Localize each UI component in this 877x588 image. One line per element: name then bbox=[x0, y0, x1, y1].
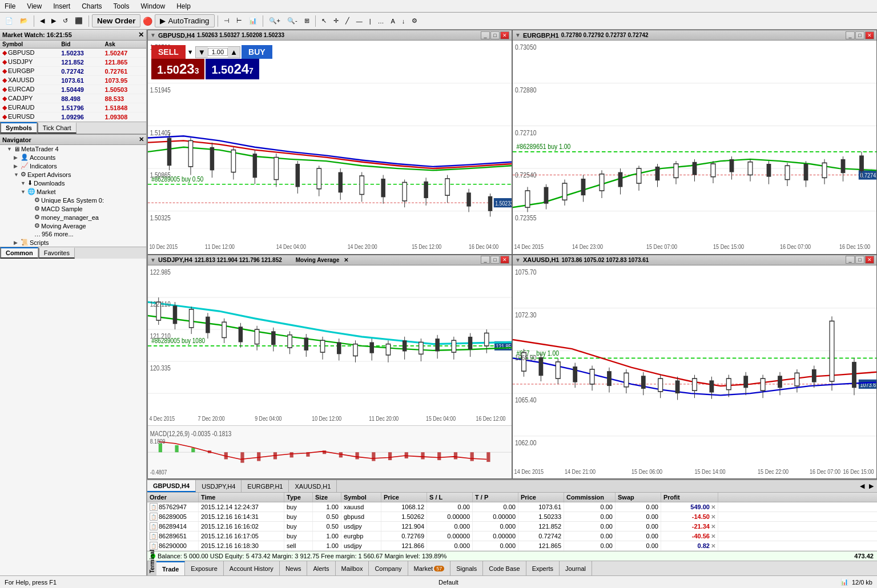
nav-tree-item[interactable]: ▼⬇ Downloads bbox=[0, 179, 146, 187]
chart-tab-1[interactable]: USDJPY,H4 bbox=[196, 480, 242, 492]
zoom-out-btn[interactable]: 🔍- bbox=[284, 15, 300, 26]
menu-file[interactable]: File bbox=[2, 2, 18, 11]
navigator-close[interactable]: ✕ bbox=[139, 136, 144, 143]
terminal-vertical-tab[interactable]: Terminal bbox=[147, 561, 156, 575]
chart-xauusd-restore[interactable]: □ bbox=[855, 256, 864, 264]
company-tab[interactable]: Company bbox=[369, 561, 408, 575]
stop-btn[interactable]: ⬛ bbox=[72, 15, 86, 26]
chart-eurgbp-minimize[interactable]: _ bbox=[846, 31, 855, 39]
new-order-button[interactable]: New Order bbox=[92, 14, 140, 27]
menu-window[interactable]: Window bbox=[139, 2, 168, 11]
market-watch-close[interactable]: ✕ bbox=[138, 31, 144, 39]
order-row[interactable]: 📋 86289414 2015.12.16 16:16:02 buy 0.50 … bbox=[147, 522, 877, 531]
journal-tab[interactable]: Journal bbox=[560, 561, 592, 575]
chart-eurgbp-restore[interactable]: □ bbox=[855, 31, 864, 39]
chart-gbpusd-body[interactable]: SELL ▼ ▼ ▲ BUY 1.50 23 3 bbox=[148, 41, 512, 254]
chart-gbpusd-restore[interactable]: □ bbox=[490, 31, 500, 39]
close-order-btn[interactable]: ✕ bbox=[711, 543, 715, 549]
nav-tree-item[interactable]: ▼🖥 MetaTrader 4 bbox=[0, 145, 146, 153]
experts-tab[interactable]: Experts bbox=[526, 561, 560, 575]
symbols-tab[interactable]: Symbols bbox=[0, 122, 37, 134]
chart-usdjpy-restore[interactable]: □ bbox=[490, 256, 500, 264]
open-btn[interactable]: 📂 bbox=[17, 15, 31, 26]
crosshair-btn[interactable]: ✛ bbox=[331, 15, 341, 26]
chart-tab-2[interactable]: EURGBP,H1 bbox=[242, 480, 289, 492]
period-sep-btn[interactable]: … bbox=[375, 16, 387, 26]
nav-tree-item[interactable]: ▶👤 Accounts bbox=[0, 153, 146, 162]
favorites-tab[interactable]: Favorites bbox=[38, 247, 75, 259]
chart-xauusd-close[interactable]: ✕ bbox=[865, 256, 874, 264]
tab-scroll-right[interactable]: ▶ bbox=[867, 482, 876, 490]
chart-shift-btn[interactable]: ⊣ bbox=[221, 15, 232, 26]
order-row[interactable]: 📋 85762947 2015.12.14 12:24:37 buy 1.00 … bbox=[147, 502, 877, 512]
autoscroll-btn[interactable]: ⊢ bbox=[234, 15, 245, 26]
alerts-tab[interactable]: Alerts bbox=[307, 561, 335, 575]
period-btn[interactable]: 📊 bbox=[246, 15, 260, 26]
order-row[interactable]: 📋 86289005 2015.12.16 16:14:31 buy 0.50 … bbox=[147, 512, 877, 522]
chart-tab-0[interactable]: GBPUSD,H4 bbox=[147, 480, 196, 492]
line-btn[interactable]: ╱ bbox=[343, 15, 352, 26]
menu-view[interactable]: View bbox=[25, 2, 44, 11]
nav-tree-item[interactable]: ▶📈 Indicators bbox=[0, 162, 146, 170]
menu-tools[interactable]: Tools bbox=[111, 2, 132, 11]
account-history-tab[interactable]: Account History bbox=[224, 561, 280, 575]
close-order-btn[interactable]: ✕ bbox=[711, 504, 715, 510]
sell-dropdown[interactable]: ▼ bbox=[187, 49, 194, 55]
nav-tree-item[interactable]: ⚙ Moving Average bbox=[0, 221, 146, 230]
chart-usdjpy-indicator-close[interactable]: ✕ bbox=[344, 257, 348, 263]
mailbox-tab[interactable]: Mailbox bbox=[336, 561, 369, 575]
close-order-btn[interactable]: ✕ bbox=[711, 514, 715, 520]
hline-btn[interactable]: — bbox=[353, 16, 365, 26]
market-row[interactable]: ◆GBPUSD 1.50233 1.50247 bbox=[0, 49, 146, 58]
chart-eurgbp-body[interactable]: #86289651 buy 1.00 0.72742 bbox=[513, 41, 876, 254]
new-document-btn[interactable]: 📄 bbox=[2, 15, 16, 26]
lot-increase[interactable]: ▲ bbox=[228, 47, 240, 58]
chart-gbpusd-minimize[interactable]: _ bbox=[481, 31, 490, 39]
nav-tree-item[interactable]: ▼🌐 Market bbox=[0, 187, 146, 196]
tick-chart-tab[interactable]: Tick Chart bbox=[37, 122, 77, 134]
nav-tree-item[interactable]: ⚙ Unique EAs System 0: bbox=[0, 196, 146, 204]
lot-decrease[interactable]: ▼ bbox=[196, 47, 208, 58]
back-btn[interactable]: ◀ bbox=[37, 15, 47, 26]
chart-tab-3[interactable]: XAUUSD,H1 bbox=[289, 480, 337, 492]
market-row[interactable]: ◆EURCAD 1.50449 1.50503 bbox=[0, 85, 146, 94]
close-order-btn[interactable]: ✕ bbox=[711, 533, 715, 539]
code-base-tab[interactable]: Code Base bbox=[483, 561, 526, 575]
chart-eurgbp-close[interactable]: ✕ bbox=[865, 31, 874, 39]
chart-xauusd-minimize[interactable]: _ bbox=[846, 256, 855, 264]
nav-tree-item[interactable]: ⚙ MACD Sample bbox=[0, 204, 146, 213]
chart-xauusd-body[interactable]: #857... buy 1.00 1073.61 bbox=[513, 265, 876, 479]
nav-tree-item[interactable]: ▶📜 Scripts bbox=[0, 238, 146, 247]
nav-tree-item[interactable]: ⚙ money_manager_ea bbox=[0, 213, 146, 221]
menu-charts[interactable]: Charts bbox=[79, 2, 104, 11]
lot-input[interactable] bbox=[208, 48, 228, 56]
common-tab[interactable]: Common bbox=[0, 247, 38, 259]
refresh-btn[interactable]: ↺ bbox=[60, 15, 71, 26]
close-order-btn[interactable]: ✕ bbox=[711, 523, 715, 530]
sell-button[interactable]: SELL bbox=[151, 45, 186, 59]
grid-btn[interactable]: ⊞ bbox=[301, 15, 312, 26]
menu-insert[interactable]: Insert bbox=[51, 2, 73, 11]
chart-usdjpy-close[interactable]: ✕ bbox=[500, 256, 509, 264]
exposure-tab[interactable]: Exposure bbox=[185, 561, 223, 575]
buy-button[interactable]: BUY bbox=[242, 45, 272, 59]
forward-btn[interactable]: ▶ bbox=[49, 15, 59, 26]
zoom-in-btn[interactable]: 🔍+ bbox=[266, 15, 283, 26]
vline-btn[interactable]: | bbox=[367, 16, 374, 26]
chart-usdjpy-minimize[interactable]: _ bbox=[481, 256, 490, 264]
signals-tab[interactable]: Signals bbox=[450, 561, 483, 575]
market-row[interactable]: ◆CADJPY 88.498 88.533 bbox=[0, 94, 146, 103]
market-row[interactable]: ◆XAUUSD 1073.61 1073.95 bbox=[0, 76, 146, 85]
market-row[interactable]: ◆EURAUD 1.51796 1.51848 bbox=[0, 103, 146, 112]
order-row[interactable]: 📋 86290000 2015.12.16 16:18:30 sell 1.00… bbox=[147, 541, 877, 551]
order-row[interactable]: 📋 86289651 2015.12.16 16:17:05 buy 1.00 … bbox=[147, 531, 877, 541]
market-row[interactable]: ◆EURUSD 1.09296 1.09308 bbox=[0, 112, 146, 122]
nav-tree-item[interactable]: … 956 more... bbox=[0, 230, 146, 238]
market-row[interactable]: ◆EURGBP 0.72742 0.72761 bbox=[0, 67, 146, 76]
menu-help[interactable]: Help bbox=[174, 2, 193, 11]
trade-tab[interactable]: Trade bbox=[156, 561, 185, 575]
chart-gbpusd-close[interactable]: ✕ bbox=[500, 31, 509, 39]
autotrading-button[interactable]: ▶ AutoTrading bbox=[155, 14, 214, 27]
arrow-btn[interactable]: ↓ bbox=[399, 16, 408, 26]
more-tools-btn[interactable]: ⚙ bbox=[409, 15, 420, 26]
